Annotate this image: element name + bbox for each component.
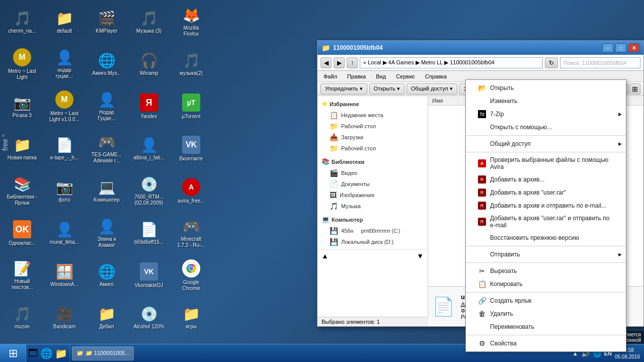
desktop-icon-odnoklasn[interactable]: OK Одноклас... — [4, 215, 40, 251]
ctx-add-archive[interactable]: R Добавить в архив... — [466, 173, 626, 186]
sidebar-downloads[interactable]: 📥 Загрузки — [317, 132, 428, 143]
ctx-share[interactable]: Общий доступ — [466, 137, 626, 150]
ctx-create-shortcut[interactable]: 🔗 Создать ярлык — [466, 294, 626, 307]
desktop-icon-muzyka2[interactable]: 🎵 музыка(2) — [173, 46, 209, 82]
desktop-icon-yandex[interactable]: Я Yandex — [131, 88, 167, 125]
desktop-icon-chrome[interactable]: Google Chrome — [173, 257, 209, 294]
desktop-icon-avira[interactable]: A avira_free... — [173, 173, 209, 209]
sidebar-diskD[interactable]: 💾 Локальный диск (D:) — [317, 236, 428, 247]
utorrent-label: µTorrent — [182, 114, 201, 120]
address-path[interactable]: « Local ▶ 4A Games ▶ Metro LL ▶ 11000010… — [360, 57, 543, 68]
desktop-icon-debil[interactable]: 📁 Дебил — [89, 300, 125, 336]
ctx-restore[interactable]: Восстановить прежнюю версию — [466, 231, 626, 244]
desktop-icon-minecraft[interactable]: 🎮 Minecraft 1.7.2 - Ru-... — [173, 215, 209, 251]
desktop-icon-nodar[interactable]: 👤 нодар гуцае... — [46, 46, 83, 82]
sidebar-images[interactable]: 🖼 Изображения — [317, 190, 428, 201]
desktop-icon-metro2[interactable]: M Metro ~ Last Light v1.0.0... — [46, 88, 83, 125]
refresh-button[interactable]: ↻ — [545, 57, 558, 68]
menu-file[interactable]: Файл — [320, 73, 340, 80]
desktop-icon-komputer[interactable]: 💻 Компьютер — [89, 173, 125, 209]
desktop-icon-muzyka3[interactable]: 🎵 Музыка (3) — [131, 4, 167, 40]
desktop-icon-utorrent[interactable]: µT µTorrent — [173, 88, 209, 125]
desktop-icon-novtekst[interactable]: 📝 Новый текстов... — [4, 257, 40, 294]
sidebar-video[interactable]: 🎬 Видео — [317, 167, 428, 178]
ctx-delete[interactable]: 🗑 Удалить — [466, 307, 626, 320]
desktop-icon-biblioteki[interactable]: 📚 Библиотеки - Ярлык — [4, 173, 40, 209]
menu-view[interactable]: Вид — [373, 73, 389, 80]
desktop-icon-7600rtm[interactable]: 💿 7600_RTM... (02.08.2009) — [131, 173, 167, 209]
ctx-cut[interactable]: ✂ Вырезать — [466, 264, 626, 278]
ctx-7zip[interactable]: 7z 7-Zip — [466, 108, 626, 121]
open-button[interactable]: Открыть ▾ — [369, 83, 405, 95]
desktop-icon-default[interactable]: 📁 default — [46, 4, 83, 40]
sidebar-desktop1[interactable]: 📁 Рабочий стол — [317, 121, 428, 132]
sidebar-documents[interactable]: 📄 Документы — [317, 178, 428, 190]
desktop-icon-elina[interactable]: 👤 Элина и Азамат — [89, 215, 125, 251]
taskbar-explorer[interactable]: 📁 — [55, 347, 67, 359]
forward-button[interactable]: ▶ — [334, 57, 345, 68]
desktop-icon-novpap[interactable]: 📁 Новая папка — [4, 131, 40, 167]
desktop-icon-metro[interactable]: M Metro ~ Last Light — [4, 46, 40, 82]
desktop-icon-kmplayer[interactable]: 🎬 KMPlayer — [89, 4, 125, 40]
desktop-icon-albina[interactable]: 👤 albina_i_fati... — [131, 131, 167, 167]
ctx-avira[interactable]: A Проверить выбранные файлы с помощью Av… — [466, 154, 626, 173]
ctx-properties[interactable]: ⚙ Свойства — [466, 337, 626, 350]
sidebar-recent[interactable]: 📋 Недавние места — [317, 110, 428, 121]
desktop-icon-etape[interactable]: 📄 e-tape_-_h... — [46, 131, 83, 167]
ctx-copy[interactable]: 📋 Копировать — [466, 278, 626, 291]
ctx-rename[interactable]: Переименовать — [466, 320, 626, 333]
close-button[interactable]: ✕ — [628, 43, 639, 52]
desktop-icon-vkontakteDJ[interactable]: VK VkontakteDJ — [131, 257, 167, 294]
organize-button[interactable]: Упорядочить ▾ — [320, 83, 367, 95]
taskbar-ie[interactable]: 🌐 — [40, 347, 53, 359]
desktop-icon-alcohol[interactable]: 💿 Alcohol 120% — [131, 300, 167, 336]
search-box[interactable]: Поиск: 1100001005bfb04 — [560, 57, 640, 68]
desktop-icon-nodar2[interactable]: 👤 Нодар Гуцае... — [89, 88, 125, 125]
maximize-button[interactable]: □ — [615, 43, 626, 52]
desktop-icon-amigo[interactable]: 🌐 Амиго.Муз... — [89, 46, 125, 82]
desktop-icon-amigo2[interactable]: 🌐 Амиго — [89, 257, 125, 294]
ctx-edit[interactable]: Изменить — [466, 95, 626, 108]
favorites-header[interactable]: ★ Избранное — [317, 98, 428, 110]
default-label: default — [57, 28, 72, 34]
desktop-icon-vkontakte[interactable]: VK Вконтакте — [173, 131, 209, 167]
desktop-icon-igry[interactable]: 📁 игры — [173, 300, 209, 336]
ctx-open-with[interactable]: Открыть с помощью... — [466, 121, 626, 134]
back-button[interactable]: ◀ — [320, 57, 332, 68]
desktop-icon-tesgame[interactable]: 🎮 TES-GAME... Adewale r... — [89, 131, 125, 167]
sidebar-music[interactable]: 🎵 Музыка — [317, 201, 428, 212]
minimize-button[interactable]: ─ — [602, 43, 613, 52]
desktop-icon-b59d[interactable]: 📄 b59d6eff15... — [131, 215, 167, 251]
desktop-icon-winamp[interactable]: 🎧 Winamp — [131, 46, 167, 82]
desktop-icon-picasa[interactable]: 📷 Picasa 3 — [4, 88, 40, 125]
sidebar-desktop2[interactable]: 📁 Рабочий стол — [317, 143, 428, 154]
yandex-icon: Я — [140, 94, 158, 112]
desktop-icon-muzon[interactable]: 🎵 muzon — [4, 300, 40, 336]
computer-header[interactable]: 💻 Компьютер — [317, 214, 428, 225]
libraries-header[interactable]: 📚 Библиотеки — [317, 156, 428, 167]
desktop-icon-murat[interactable]: 👤 murat_tkha... — [46, 215, 83, 251]
ctx-send[interactable]: Отправить — [466, 248, 626, 261]
ctx-add-archive-email[interactable]: R Добавить в архив и отправить по e-mail… — [466, 199, 626, 212]
ctx-open[interactable]: 📂 Открыть — [466, 81, 626, 95]
scroll-up-arrow[interactable]: ▲ — [321, 252, 329, 260]
menu-service[interactable]: Сервис — [393, 73, 418, 80]
details-button[interactable]: ⊞ — [629, 83, 640, 95]
ctx-add-archive-rar[interactable]: R Добавить в архив "user.rar" — [466, 186, 626, 199]
menu-help[interactable]: Справка — [422, 73, 450, 80]
up-button[interactable]: ↑ — [347, 57, 358, 68]
novtekst-label: Новый текстов... — [6, 279, 38, 291]
desktop-icon-windowsA[interactable]: 🪟 WindowsA... — [46, 257, 83, 294]
desktop-icon-mozilla[interactable]: 🦊 Mozilla Firefox — [173, 4, 209, 40]
taskbar-explorer-item[interactable]: 📁 📁 1100001005... — [72, 346, 134, 360]
scroll-down-arrow[interactable]: ▼ — [417, 252, 424, 260]
ctx-add-archive-rar-email[interactable]: R Добавить в архив "user.rar" и отправит… — [466, 212, 626, 231]
desktop-icon-bandicam[interactable]: 🎥 Bandicam — [46, 300, 83, 336]
taskbar-show-desktop[interactable]: 🗔 — [28, 347, 38, 359]
menu-edit[interactable]: Правка — [344, 73, 369, 80]
start-button[interactable]: ⊞ — [0, 344, 26, 363]
desktop-icon-foto[interactable]: 📷 фото — [46, 173, 83, 209]
share-button[interactable]: Общий доступ ▾ — [407, 83, 457, 95]
sidebar-disk456[interactable]: 💾 456н prnt00rrrrrrrrr (C:) — [317, 225, 428, 236]
desktop-icon-cherim[interactable]: 🎵 cherim_na... — [4, 4, 40, 40]
